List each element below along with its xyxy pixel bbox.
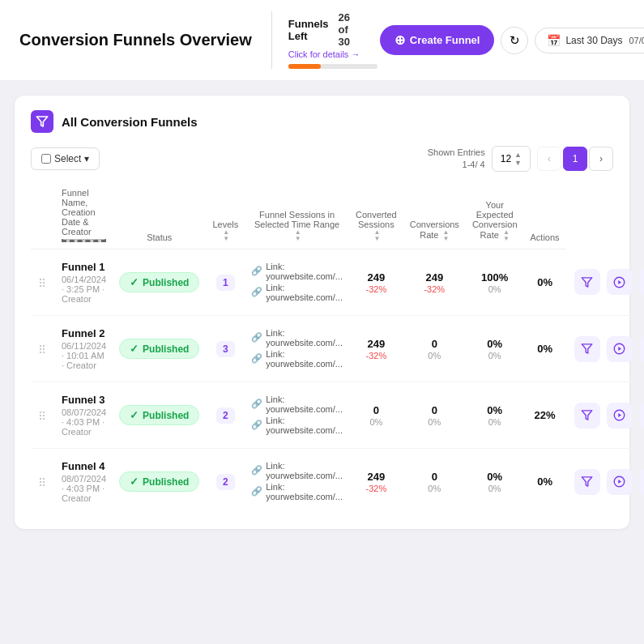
funnel-action-filter-button[interactable] [574, 269, 600, 295]
svg-point-4 [43, 278, 45, 279]
funnel-name-cell: Funnel 2 06/11/2024 · 10:01 AM · Creator [55, 316, 113, 382]
funnel-action-more-button[interactable] [639, 403, 644, 429]
svg-point-13 [40, 348, 41, 349]
converted-cell: 0 0% [403, 449, 466, 515]
conv-rate-cell: 0% 0% [466, 382, 524, 449]
table-row: Funnel 4 08/07/2024 · 4:03 PM · Creator … [31, 449, 644, 515]
links-cell: 🔗 Link: yourwebsite.com/... 🔗 Link: your… [245, 249, 349, 316]
link1-icon: 🔗 [251, 332, 262, 343]
svg-point-17 [43, 351, 45, 352]
sessions-cell: 249 -32% [349, 316, 403, 382]
table-row: Funnel 3 08/07/2024 · 4:03 PM · Creator … [31, 382, 644, 449]
date-range-value: 07/06/2024 - 08/04/2024 [629, 36, 644, 45]
toolbar: Select ▾ Shown Entries 1-4/ 4 12 ▲▼ ‹ 1 … [31, 146, 613, 172]
th-sessions: Funnel Sessions in Selected Time Range ▲… [245, 181, 349, 249]
actions-cell [566, 249, 644, 316]
create-funnel-label: Create Funnel [410, 34, 480, 46]
levels-cell: 2 [206, 449, 245, 515]
page-header: Conversion Funnels Overview Funnels Left… [0, 0, 644, 81]
row-drag [31, 382, 55, 449]
funnels-left-count: 26 of 30 [339, 11, 360, 48]
status-cell: ✓ Published [113, 249, 206, 316]
svg-point-16 [43, 348, 45, 349]
entries-count-value: 12 [501, 153, 511, 164]
check-icon: ✓ [130, 409, 139, 421]
prev-page-button[interactable]: ‹ [537, 147, 561, 171]
levels-sort-icon: ▲▼ [223, 229, 229, 242]
link1-icon: 🔗 [251, 266, 262, 276]
funnel-name-cell: Funnel 4 08/07/2024 · 4:03 PM · Creator [55, 449, 113, 515]
conv-rate-sort-icon: ▲▼ [443, 229, 450, 242]
svg-marker-9 [618, 280, 621, 284]
svg-point-5 [43, 281, 45, 283]
funnel-action-play-button[interactable] [607, 469, 633, 495]
svg-marker-40 [582, 477, 592, 486]
check-icon: ✓ [130, 276, 139, 288]
status-cell: ✓ Published [113, 316, 206, 382]
table-row: Funnel 2 06/11/2024 · 10:01 AM · Creator… [31, 316, 644, 382]
funnels-left-link[interactable]: Click for details [288, 49, 360, 59]
svg-point-34 [40, 477, 41, 479]
funnel-action-more-button[interactable] [639, 269, 644, 295]
svg-marker-42 [618, 480, 621, 484]
exp-rate-cell: 0% [524, 249, 566, 316]
svg-point-27 [43, 414, 45, 416]
conv-rate-cell: 0% 0% [466, 316, 524, 382]
funnel-action-play-button[interactable] [607, 336, 633, 362]
svg-marker-0 [36, 117, 47, 126]
funnels-left-section: Funnels Left 26 of 30 Click for details [271, 11, 360, 69]
calendar-icon: 📅 [547, 34, 561, 47]
check-icon: ✓ [130, 343, 139, 355]
sessions-cell: 249 -32% [349, 249, 403, 316]
funnel-action-filter-button[interactable] [574, 403, 600, 429]
funnel-action-filter-button[interactable] [574, 469, 600, 495]
funnels-left-bar-fill [288, 64, 321, 69]
links-cell: 🔗 Link: yourwebsite.com/... 🔗 Link: your… [245, 449, 349, 515]
svg-point-36 [40, 484, 41, 485]
shown-entries-label: Shown Entries 1-4/ 4 [428, 147, 485, 172]
th-levels: Levels ▲▼ [206, 181, 245, 249]
actions-cell [566, 449, 644, 515]
header-actions: ⊕ Create Funnel ↻ 📅 Last 30 Days 07/06/2… [380, 25, 644, 55]
row-drag [31, 249, 55, 316]
link1-icon: 🔗 [251, 465, 262, 476]
refresh-button[interactable]: ↻ [501, 27, 528, 54]
actions-cell [566, 316, 644, 382]
funnels-left-bar-bg [288, 64, 377, 69]
select-checkbox[interactable] [41, 154, 51, 164]
svg-point-39 [43, 484, 45, 485]
sessions-cell: 0 0% [349, 382, 403, 449]
current-page-button[interactable]: 1 [563, 147, 587, 171]
link2-icon: 🔗 [251, 353, 262, 364]
entries-count-button[interactable]: 12 ▲▼ [492, 146, 531, 172]
conv-rate-cell: 100% 0% [466, 249, 524, 316]
funnel-action-play-button[interactable] [607, 269, 633, 295]
funnel-action-play-button[interactable] [607, 403, 633, 429]
svg-point-15 [43, 344, 45, 346]
svg-point-25 [40, 417, 41, 419]
funnels-left-label: Funnels Left [288, 18, 329, 42]
exp-rate-sort-icon: ▲▼ [503, 229, 510, 242]
date-range-button[interactable]: 📅 Last 30 Days 07/06/2024 - 08/04/2024 ▾ [535, 28, 644, 53]
refresh-icon: ↻ [510, 33, 520, 48]
funnels-card: All Conversion Funnels Select ▾ Shown En… [15, 96, 629, 529]
select-button[interactable]: Select ▾ [31, 147, 100, 170]
svg-point-24 [40, 414, 41, 416]
th-status: Status [113, 181, 206, 249]
shown-entries-range: 1-4/ 4 [428, 159, 485, 171]
funnel-action-more-button[interactable] [639, 336, 644, 362]
select-label: Select [54, 153, 81, 164]
svg-point-35 [40, 480, 41, 482]
svg-point-14 [40, 351, 41, 352]
link2-icon: 🔗 [251, 420, 262, 430]
row-drag [31, 316, 55, 382]
converted-cell: 0 0% [403, 382, 466, 449]
funnel-name-cell: Funnel 3 08/07/2024 · 4:03 PM · Creator [55, 382, 113, 449]
converted-sort-icon: ▲▼ [373, 229, 380, 242]
funnel-action-filter-button[interactable] [574, 336, 600, 362]
next-page-button[interactable]: › [589, 147, 613, 171]
svg-marker-31 [618, 413, 621, 417]
create-funnel-button[interactable]: ⊕ Create Funnel [380, 25, 495, 55]
funnel-action-more-button[interactable] [639, 469, 644, 495]
page-title: Conversion Funnels Overview [19, 31, 252, 49]
